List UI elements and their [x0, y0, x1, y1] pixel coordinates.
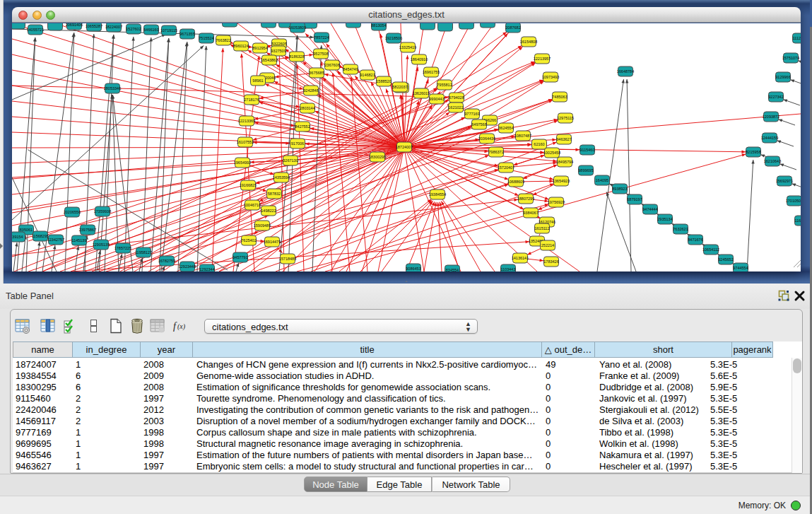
svg-text:1615112: 1615112: [534, 226, 549, 230]
svg-text:9115460: 9115460: [579, 148, 594, 152]
svg-text:10688609: 10688609: [507, 180, 524, 184]
svg-text:(x): (x): [177, 322, 186, 331]
svg-text:19654992: 19654992: [234, 160, 251, 165]
svg-text:16782759: 16782759: [158, 259, 175, 263]
svg-text:7986372: 7986372: [488, 150, 503, 154]
svg-text:2087682: 2087682: [505, 25, 520, 30]
svg-text:14055721: 14055721: [27, 28, 44, 32]
svg-text:2935134: 2935134: [657, 217, 672, 221]
svg-text:28053346: 28053346: [104, 86, 121, 90]
svg-text:8813054: 8813054: [371, 23, 386, 28]
svg-text:11568295: 11568295: [32, 234, 49, 238]
svg-text:8186328: 8186328: [289, 54, 304, 59]
svg-text:62160: 62160: [534, 142, 544, 146]
svg-text:16053809: 16053809: [289, 25, 306, 30]
svg-text:18224007: 18224007: [105, 25, 122, 29]
svg-text:164095: 164095: [596, 178, 608, 182]
svg-text:8938923: 8938923: [612, 187, 627, 191]
svg-text:7955812: 7955812: [437, 83, 452, 87]
svg-text:9242848: 9242848: [303, 88, 318, 93]
svg-text:1498222: 1498222: [261, 209, 276, 213]
svg-text:6879197: 6879197: [627, 197, 642, 201]
svg-text:14136141: 14136141: [512, 256, 529, 260]
svg-text:10807487: 10807487: [514, 134, 531, 138]
svg-text:5322605: 5322605: [271, 42, 286, 46]
svg-text:19166825: 19166825: [240, 183, 257, 187]
svg-text:23975867: 23975867: [79, 228, 96, 232]
svg-text:6466160: 6466160: [143, 28, 158, 32]
svg-text:1783426: 1783426: [543, 259, 558, 264]
svg-text:16961755: 16961755: [423, 70, 440, 74]
svg-text:6794028: 6794028: [449, 95, 464, 100]
svg-text:20364436: 20364436: [478, 136, 495, 141]
svg-text:12905135: 12905135: [93, 243, 110, 247]
svg-text:7625402: 7625402: [241, 238, 256, 243]
svg-text:9990443: 9990443: [429, 97, 444, 101]
svg-text:9527508: 9527508: [313, 52, 328, 56]
svg-text:252214: 252214: [541, 243, 554, 247]
svg-text:19218506: 19218506: [385, 36, 402, 40]
svg-text:1167537: 1167537: [794, 218, 801, 223]
svg-text:9384067: 9384067: [523, 211, 538, 215]
svg-text:39154: 39154: [12, 235, 23, 239]
svg-text:10973493: 10973493: [542, 75, 559, 79]
svg-text:18724007: 18724007: [396, 145, 413, 149]
svg-text:10719115: 10719115: [160, 28, 177, 33]
svg-text:19384554: 19384554: [429, 192, 446, 197]
svg-text:1103443: 1103443: [500, 267, 515, 271]
svg-text:10025458: 10025458: [543, 151, 560, 155]
svg-text:12975115: 12975115: [557, 116, 574, 120]
svg-text:17857225: 17857225: [114, 246, 131, 250]
svg-text:11958127: 11958127: [135, 250, 152, 255]
svg-text:18807299: 18807299: [517, 197, 534, 201]
svg-text:2367608: 2367608: [324, 63, 339, 67]
svg-text:834554: 834554: [446, 268, 459, 271]
svg-text:10655287: 10655287: [86, 24, 102, 28]
svg-text:12093872: 12093872: [763, 115, 779, 119]
svg-text:3267130: 3267130: [283, 158, 298, 163]
svg-text:2718176: 2718176: [244, 98, 259, 102]
svg-text:3675685: 3675685: [309, 71, 324, 75]
svg-text:15720407: 15720407: [498, 165, 514, 170]
svg-text:9463627: 9463627: [556, 137, 571, 141]
svg-text:12444159: 12444159: [761, 136, 778, 140]
svg-text:7485063: 7485063: [552, 95, 567, 99]
svg-text:9671355: 9671355: [180, 32, 194, 36]
svg-text:9457791: 9457791: [233, 255, 247, 259]
svg-text:8912954: 8912954: [252, 46, 267, 50]
svg-text:17010504: 17010504: [786, 199, 801, 203]
svg-text:20691406: 20691406: [66, 23, 83, 27]
svg-text:8960124: 8960124: [233, 44, 248, 48]
svg-text:9129966: 9129966: [775, 75, 790, 79]
svg-text:15718485: 15718485: [279, 257, 296, 261]
svg-text:15909489: 15909489: [254, 223, 271, 228]
svg-text:15751074: 15751074: [782, 56, 799, 60]
svg-text:10046716: 10046716: [244, 203, 261, 207]
svg-text:19756928: 19756928: [548, 200, 565, 204]
svg-text:18300295: 18300295: [369, 155, 386, 159]
svg-text:8215958: 8215958: [746, 150, 760, 154]
svg-text:3624554: 3624554: [498, 126, 513, 130]
svg-text:7663822: 7663822: [216, 38, 230, 42]
svg-text:8454749: 8454749: [343, 67, 358, 71]
svg-text:9744554: 9744554: [733, 266, 748, 270]
svg-text:15692971: 15692971: [776, 179, 793, 183]
svg-text:9146821: 9146821: [360, 73, 375, 77]
svg-text:16210643: 16210643: [764, 159, 781, 163]
svg-text:10654112: 10654112: [702, 247, 719, 252]
svg-text:7515524: 7515524: [199, 36, 213, 40]
svg-text:18495794: 18495794: [556, 160, 573, 164]
svg-text:1145139: 1145139: [71, 238, 86, 243]
svg-text:1621022: 1621022: [448, 105, 463, 110]
svg-text:16914479: 16914479: [264, 240, 281, 244]
svg-text:8471676: 8471676: [688, 238, 702, 242]
svg-text:20206556: 20206556: [64, 210, 81, 214]
svg-text:9777169: 9777169: [464, 112, 479, 116]
svg-text:16154808: 16154808: [520, 40, 537, 44]
svg-text:8427552: 8427552: [295, 124, 310, 129]
svg-text:13654923: 13654923: [553, 179, 570, 183]
svg-text:1527602: 1527602: [126, 27, 141, 31]
svg-text:1292344: 1292344: [199, 267, 214, 271]
svg-text:917006: 917006: [291, 141, 304, 146]
svg-text:2803144: 2803144: [300, 106, 314, 110]
